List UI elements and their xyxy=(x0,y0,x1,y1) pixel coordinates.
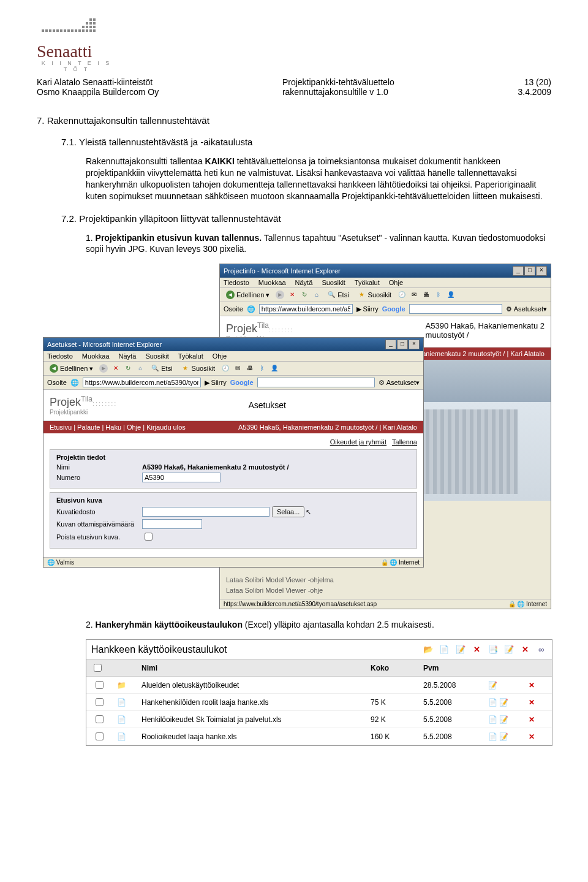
open-icon[interactable]: 📄 xyxy=(488,715,497,724)
home-icon[interactable]: ⌂ xyxy=(312,291,321,299)
row-checkbox[interactable] xyxy=(96,698,104,706)
input-pvm[interactable] xyxy=(142,519,202,529)
minimize-icon[interactable]: _ xyxy=(513,266,524,276)
stop-icon[interactable]: ✕ xyxy=(288,291,296,299)
google-input[interactable] xyxy=(409,304,503,314)
input-kuvat[interactable] xyxy=(142,507,270,517)
open-icon[interactable]: 📄 xyxy=(488,732,497,741)
menu-tools[interactable]: Työkalut xyxy=(178,352,203,360)
menu-view[interactable]: Näytä xyxy=(295,279,313,286)
menu-view[interactable]: Näytä xyxy=(119,352,137,360)
file-name[interactable]: Roolioikeudet laaja hanke.xls xyxy=(137,728,366,745)
menu-edit[interactable]: Muokkaa xyxy=(258,279,286,286)
row-checkbox[interactable] xyxy=(96,715,104,723)
delete2-icon[interactable]: ✕ xyxy=(520,644,531,655)
ie-window-asetukset: Asetukset - Microsoft Internet Explorer … xyxy=(43,337,424,568)
project-name: A5390 Haka6, Hakaniemenkatu 2 xyxy=(426,321,545,330)
back-button[interactable]: ◄Edellinen ▾ xyxy=(224,290,272,300)
search-button[interactable]: 🔍Etsi xyxy=(325,290,351,300)
row-checkbox[interactable] xyxy=(96,681,104,689)
browse-button[interactable]: Selaa... xyxy=(272,506,304,517)
lbl-numero: Numero xyxy=(56,474,142,481)
close-icon[interactable]: × xyxy=(536,266,547,276)
file-name[interactable]: Henkilöoikeudet Sk Toimialat ja palvelut… xyxy=(137,711,366,728)
file-type-icon: 📁 xyxy=(117,681,126,690)
edit2-icon[interactable]: 📝 xyxy=(503,644,514,655)
mail-icon[interactable]: ✉ xyxy=(233,364,242,373)
go-button[interactable]: ▶ Siirry xyxy=(356,305,379,313)
messenger-icon[interactable]: 👤 xyxy=(270,364,279,373)
search-button[interactable]: 🔍Etsi xyxy=(148,363,175,373)
chk-all[interactable] xyxy=(94,664,102,672)
row-checkbox[interactable] xyxy=(96,732,104,740)
chk-poista[interactable] xyxy=(145,533,153,541)
star-icon: ★ xyxy=(181,364,190,373)
edit-row-icon[interactable]: 📝 xyxy=(499,715,508,724)
maximize-icon[interactable]: □ xyxy=(397,340,408,349)
menu-help[interactable]: Ohje xyxy=(389,279,403,286)
refresh-icon[interactable]: ↻ xyxy=(124,364,132,373)
folder-open-icon[interactable]: 📂 xyxy=(423,644,434,655)
forward-icon[interactable]: ► xyxy=(99,364,108,373)
favorites-button[interactable]: ★Suosikit xyxy=(355,290,394,300)
delete-row-icon[interactable]: ✕ xyxy=(529,715,535,724)
solibri-1[interactable]: Lataa Solibri Model Viewer -ohjelma xyxy=(226,575,545,585)
back-button[interactable]: ◄Edellinen ▾ xyxy=(47,363,96,373)
open-icon[interactable]: 📄 xyxy=(488,698,497,707)
file-type-icon: 📄 xyxy=(117,715,126,724)
print-icon[interactable]: 🖶 xyxy=(422,291,431,299)
menu-edit[interactable]: Muokkaa xyxy=(82,352,110,360)
menu-file[interactable]: Tiedosto xyxy=(224,279,249,286)
menu-fav[interactable]: Suosikit xyxy=(322,279,345,286)
refresh-icon[interactable]: ↻ xyxy=(300,291,309,299)
file-name[interactable]: Alueiden oletuskäyttöoikeudet xyxy=(137,677,366,694)
rights-link[interactable]: Oikeudet ja ryhmät xyxy=(330,438,386,446)
messenger-icon[interactable]: 👤 xyxy=(447,291,455,299)
menu-help[interactable]: Ohje xyxy=(213,352,227,360)
nav-links[interactable]: Etusivu | Palaute | Haku | Ohje | Kirjau… xyxy=(50,424,186,431)
print-icon[interactable]: 🖶 xyxy=(246,364,254,373)
edit-row-icon[interactable]: 📝 xyxy=(499,732,508,741)
new-doc-icon[interactable]: 📄 xyxy=(439,644,450,655)
minimize-icon[interactable]: _ xyxy=(385,340,396,349)
bluetooth-icon[interactable]: ᛒ xyxy=(258,364,266,373)
ie-page-icon: 🌐 xyxy=(247,305,255,313)
forward-icon[interactable]: ► xyxy=(276,291,284,299)
history-icon[interactable]: 🕗 xyxy=(221,364,230,373)
window-buttons: _□× xyxy=(385,340,420,349)
menu-tools[interactable]: Työkalut xyxy=(355,279,380,286)
file-name[interactable]: Hankehenkilöiden roolit laaja hanke.xls xyxy=(137,694,366,711)
input-numero[interactable] xyxy=(142,473,221,482)
row-actions: 📄 📝 xyxy=(483,711,524,728)
url-input[interactable] xyxy=(83,378,201,387)
mail-icon[interactable]: ✉ xyxy=(410,291,418,299)
page-title: Asetukset xyxy=(248,400,285,410)
home-icon[interactable]: ⌂ xyxy=(136,364,145,373)
edit-row-icon[interactable]: 📝 xyxy=(499,698,508,707)
close-icon[interactable]: × xyxy=(409,340,420,349)
stop-icon[interactable]: ✕ xyxy=(111,364,120,373)
bluetooth-icon[interactable]: ᛒ xyxy=(434,291,443,299)
google-input[interactable] xyxy=(257,378,375,387)
settings-dropdown[interactable]: ⚙ Asetukset▾ xyxy=(506,305,547,313)
delete-row-icon[interactable]: ✕ xyxy=(529,732,535,741)
settings-dropdown[interactable]: ⚙ Asetukset▾ xyxy=(379,379,420,387)
delete-row-icon[interactable]: ✕ xyxy=(529,681,535,690)
favorites-button[interactable]: ★Suosikit xyxy=(179,363,218,373)
menu-file[interactable]: Tiedosto xyxy=(47,352,73,360)
go-button[interactable]: ▶ Siirry xyxy=(205,379,227,387)
delete-row-icon[interactable]: ✕ xyxy=(529,698,535,707)
link-icon[interactable]: ∞ xyxy=(536,644,547,655)
row-actions: 📄 📝 xyxy=(483,694,524,711)
menu-fav[interactable]: Suosikit xyxy=(145,352,169,360)
edit-row-icon[interactable]: 📝 xyxy=(488,681,497,690)
copy-icon[interactable]: 📑 xyxy=(488,644,499,655)
edit-icon[interactable]: 📝 xyxy=(455,644,466,655)
save-link[interactable]: Tallenna xyxy=(392,438,417,446)
url-input[interactable] xyxy=(259,304,353,314)
table-row: 📁Alueiden oletuskäyttöoikeudet28.5.2008📝… xyxy=(86,677,552,694)
delete-icon[interactable]: ✕ xyxy=(471,644,482,655)
solibri-2[interactable]: Lataa Solibri Model Viewer -ohje xyxy=(226,585,545,596)
maximize-icon[interactable]: □ xyxy=(524,266,535,276)
history-icon[interactable]: 🕗 xyxy=(398,291,406,299)
